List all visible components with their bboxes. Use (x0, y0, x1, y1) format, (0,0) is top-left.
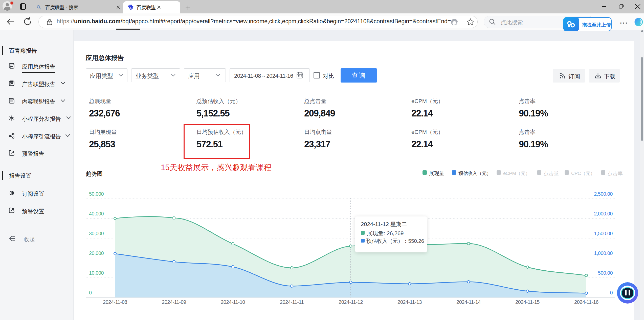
svg-text:2024-11-08: 2024-11-08 (103, 299, 127, 305)
svg-text:2024-11-16: 2024-11-16 (574, 299, 598, 305)
svg-text:2,500.00: 2,500.00 (594, 191, 613, 197)
svg-text:du: du (129, 7, 132, 10)
svg-text:2024-11-12: 2024-11-12 (339, 299, 363, 305)
svg-text:1,000.00: 1,000.00 (594, 250, 613, 256)
svg-text:2024-11-14: 2024-11-14 (456, 299, 481, 305)
svg-text:0: 0 (610, 290, 613, 295)
svg-text:2024-11-11: 2024-11-11 (280, 299, 304, 305)
svg-text:2024-11-10: 2024-11-10 (221, 299, 245, 305)
svg-text:40,000: 40,000 (89, 211, 104, 216)
svg-text:1,500.00: 1,500.00 (594, 231, 613, 236)
svg-text:2024-11-09: 2024-11-09 (162, 299, 186, 305)
svg-text:0: 0 (89, 290, 92, 295)
svg-text:30,000: 30,000 (89, 231, 104, 236)
svg-text:500.00: 500.00 (598, 270, 613, 276)
svg-text:20,000: 20,000 (89, 250, 104, 256)
svg-text:2024-11-15: 2024-11-15 (515, 299, 540, 305)
svg-text:50,000: 50,000 (89, 191, 104, 197)
svg-text:2,000.00: 2,000.00 (594, 211, 613, 216)
svg-text:2024-11-13: 2024-11-13 (397, 299, 422, 305)
svg-text:10,000: 10,000 (89, 270, 104, 276)
